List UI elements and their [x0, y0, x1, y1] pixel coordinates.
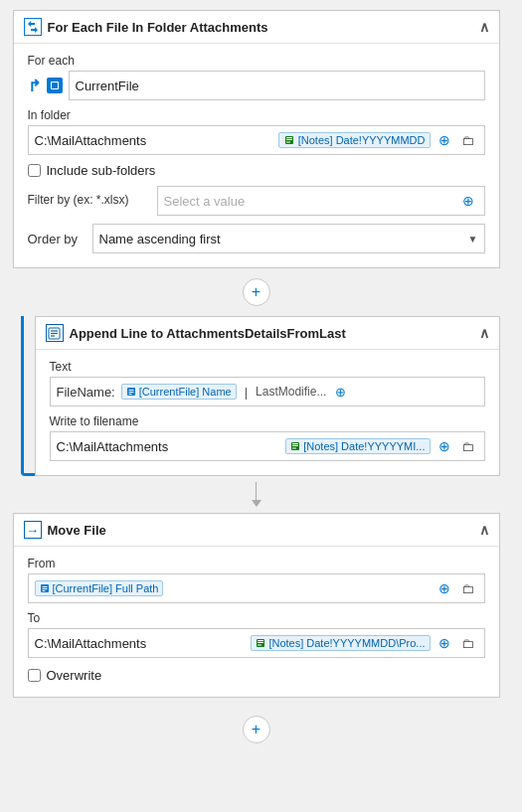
append-current-file-token: [CurrentFile] Name: [121, 384, 237, 400]
filter-label: Filter by (ex: *.xlsx): [28, 193, 147, 207]
foreach-title: For Each File In Folder Attachments: [48, 20, 268, 35]
in-folder-token: [Notes] Date!YYYYMMDD: [278, 132, 431, 148]
move-file-title: Move File: [48, 523, 106, 538]
append-write-add-btn[interactable]: ⊕: [435, 436, 454, 456]
move-from-token-icon: [40, 583, 50, 593]
append-suffix: LastModifie...: [256, 385, 326, 399]
svg-rect-13: [128, 394, 131, 395]
append-write-browse-btn[interactable]: 🗀: [458, 436, 478, 456]
order-by-chevron-icon: ▼: [468, 234, 478, 244]
for-each-value-input[interactable]: CurrentFile: [69, 71, 485, 100]
move-from-label: From: [28, 557, 485, 570]
filter-add-btn[interactable]: ⊕: [458, 191, 478, 211]
move-file-header: → Move File ∧: [14, 514, 499, 547]
move-from-token-text: [CurrentFile] Full Path: [53, 582, 159, 594]
in-folder-browse-btn[interactable]: 🗀: [458, 130, 478, 150]
arrow-line: [256, 482, 257, 500]
move-file-body: From [CurrentFile] Full Path ⊕ �: [14, 547, 499, 697]
order-by-row: Order by Name ascending first Name desce…: [28, 224, 485, 253]
foreach-collapse-btn[interactable]: ∧: [479, 19, 489, 35]
connector-arrow: [252, 482, 261, 507]
include-subfolders-checkbox[interactable]: [28, 164, 41, 177]
bottom-add-wrapper: +: [243, 706, 270, 753]
for-each-arrow-icon: ↱: [28, 77, 41, 95]
append-token1-text: [CurrentFile] Name: [139, 386, 232, 398]
append-block-body: Text FileName:: [36, 350, 499, 475]
include-subfolders-row: Include sub-folders: [28, 163, 485, 178]
move-to-token-icon: [256, 638, 265, 648]
svg-rect-25: [258, 645, 261, 646]
move-to-token: [Notes] Date!YYYYMMDD\Pro...: [251, 635, 430, 651]
svg-rect-12: [128, 392, 133, 393]
svg-rect-5: [286, 142, 290, 143]
svg-rect-24: [258, 642, 263, 643]
move-to-browse-btn[interactable]: 🗀: [458, 633, 478, 653]
svg-rect-16: [292, 445, 298, 446]
in-folder-input[interactable]: C:\MailAttachments [Notes] Date!YYYYMMDD…: [28, 125, 485, 155]
move-file-icon: →: [24, 521, 42, 539]
svg-rect-23: [258, 640, 263, 641]
append-text-input[interactable]: FileName: [CurrentFile] Name: [50, 377, 485, 406]
foreach-block-body: For each ↱ CurrentFile In folder C:\Mail…: [14, 44, 499, 267]
order-by-label: Order by: [28, 232, 83, 246]
append-filename-label: FileName:: [57, 385, 115, 400]
foreach-icon: [24, 18, 42, 36]
move-file-block: → Move File ∧ From [Cu: [13, 513, 500, 698]
append-icon: [46, 324, 64, 342]
svg-rect-3: [286, 137, 292, 138]
inner-add-btn[interactable]: +: [243, 278, 270, 306]
filter-input[interactable]: ⊕: [157, 186, 485, 216]
move-to-input[interactable]: C:\MailAttachments [Notes] Date!YYYYMMDD…: [28, 628, 485, 658]
in-folder-token-text: [Notes] Date!YYYYMMDD: [298, 134, 426, 146]
svg-rect-17: [292, 448, 296, 449]
move-from-browse-btn[interactable]: 🗀: [458, 578, 478, 598]
svg-rect-20: [42, 588, 47, 589]
svg-rect-11: [128, 390, 133, 391]
bottom-add-btn[interactable]: +: [243, 716, 270, 743]
svg-rect-15: [292, 443, 298, 444]
append-collapse-btn[interactable]: ∧: [479, 325, 489, 341]
append-write-label: Write to filename: [50, 414, 485, 428]
append-separator: |: [245, 385, 248, 400]
for-each-label: For each: [28, 54, 485, 68]
append-nested-block: Append Line to AttachmentsDetailsFromLas…: [35, 316, 500, 476]
svg-rect-4: [286, 139, 292, 140]
arrow-head: [252, 500, 261, 507]
append-indent-wrapper: Append Line to AttachmentsDetailsFromLas…: [13, 316, 500, 476]
move-to-add-btn[interactable]: ⊕: [435, 633, 454, 653]
append-text-label: Text: [50, 360, 485, 374]
append-write-token-text: [Notes] Date!YYYYYMI...: [303, 440, 425, 452]
move-from-input[interactable]: [CurrentFile] Full Path ⊕ 🗀: [28, 573, 485, 603]
overwrite-row: Overwrite: [28, 668, 485, 683]
append-write-token: [Notes] Date!YYYYYMI...: [285, 438, 430, 454]
move-from-token: [CurrentFile] Full Path: [35, 580, 164, 596]
append-block-header: Append Line to AttachmentsDetailsFromLas…: [36, 317, 499, 350]
append-block: Append Line to AttachmentsDetailsFromLas…: [35, 316, 500, 476]
for-each-file-icon: [47, 78, 63, 93]
in-folder-add-btn[interactable]: ⊕: [435, 130, 454, 150]
foreach-block: For Each File In Folder Attachments ∧ Fo…: [13, 10, 500, 268]
move-to-label: To: [28, 611, 485, 625]
append-text-add-btn[interactable]: ⊕: [330, 382, 350, 402]
append-title: Append Line to AttachmentsDetailsFromLas…: [70, 326, 346, 341]
svg-rect-19: [42, 586, 47, 587]
svg-rect-1: [52, 82, 58, 88]
overwrite-checkbox[interactable]: [28, 669, 41, 682]
svg-rect-21: [42, 590, 45, 591]
current-file-token-icon: [126, 387, 136, 397]
include-subfolders-label: Include sub-folders: [47, 163, 156, 178]
order-by-select-wrapper[interactable]: Name ascending first Name descending fir…: [92, 224, 485, 253]
append-indent-bar: [21, 316, 35, 476]
move-to-token-text: [Notes] Date!YYYYMMDD\Pro...: [268, 637, 425, 649]
notes-token-icon: [283, 134, 295, 146]
move-from-add-btn[interactable]: ⊕: [435, 578, 454, 598]
append-write-token-icon: [290, 441, 300, 451]
append-write-input[interactable]: C:\MailAttachments [Notes] Date!Y: [50, 431, 485, 461]
order-by-select[interactable]: Name ascending first Name descending fir…: [99, 232, 468, 246]
overwrite-label: Overwrite: [47, 668, 102, 683]
move-file-collapse-btn[interactable]: ∧: [479, 522, 489, 538]
filter-text-input[interactable]: [164, 194, 454, 209]
foreach-block-header: For Each File In Folder Attachments ∧: [14, 11, 499, 44]
in-folder-label: In folder: [28, 108, 485, 122]
